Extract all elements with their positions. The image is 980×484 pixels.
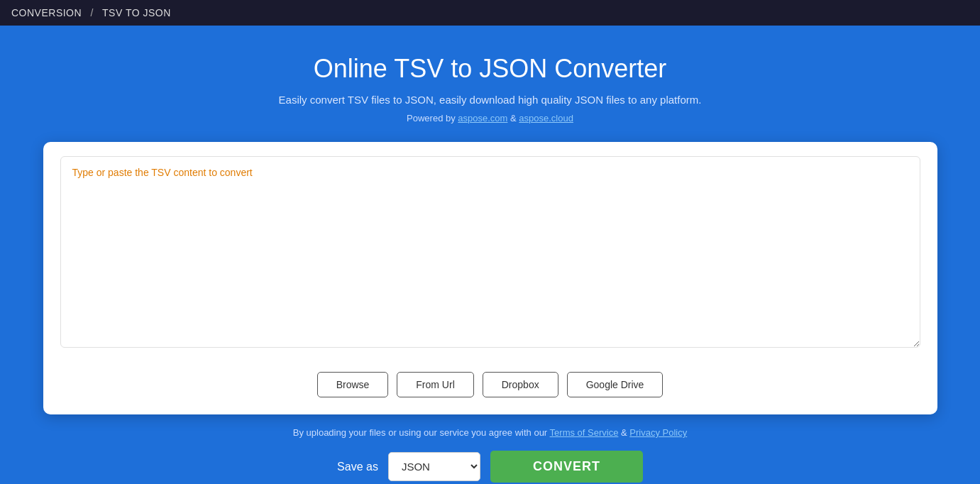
format-select[interactable]: JSON [388, 452, 480, 481]
page-title: Online TSV to JSON Converter [314, 54, 667, 84]
terms-amp: & [618, 427, 629, 438]
terms-of-service-link[interactable]: Terms of Service [550, 427, 619, 438]
dropbox-button[interactable]: Dropbox [483, 372, 558, 397]
file-buttons-row: Browse From Url Dropbox Google Drive [43, 362, 937, 414]
tsv-content-input[interactable] [60, 156, 920, 348]
powered-by-amp: & [507, 113, 519, 123]
google-drive-button[interactable]: Google Drive [567, 372, 664, 397]
breadcrumb: CONVERSION / TSV TO JSON [11, 7, 171, 18]
powered-by: Powered by aspose.com & aspose.cloud [407, 113, 573, 123]
textarea-wrapper [43, 142, 937, 362]
breadcrumb-current: TSV TO JSON [102, 7, 171, 18]
terms-prefix: By uploading your files or using our ser… [293, 427, 550, 438]
powered-by-prefix: Powered by [407, 113, 458, 123]
page-subtitle: Easily convert TSV files to JSON, easily… [279, 94, 702, 106]
browse-button[interactable]: Browse [317, 372, 389, 397]
privacy-policy-link[interactable]: Privacy Policy [629, 427, 687, 438]
upload-card: Browse From Url Dropbox Google Drive [43, 142, 937, 414]
aspose-com-link[interactable]: aspose.com [458, 113, 507, 123]
aspose-cloud-link[interactable]: aspose.cloud [519, 113, 573, 123]
breadcrumb-conversion[interactable]: CONVERSION [11, 7, 82, 18]
save-as-label: Save as [337, 461, 378, 473]
main-content: Online TSV to JSON Converter Easily conv… [0, 26, 980, 484]
convert-button[interactable]: CONVERT [490, 451, 643, 483]
top-navigation: CONVERSION / TSV TO JSON [0, 0, 980, 26]
terms-line: By uploading your files or using our ser… [293, 427, 687, 438]
from-url-button[interactable]: From Url [397, 372, 473, 397]
convert-row: Save as JSON CONVERT [337, 451, 643, 483]
breadcrumb-separator: / [91, 7, 94, 18]
